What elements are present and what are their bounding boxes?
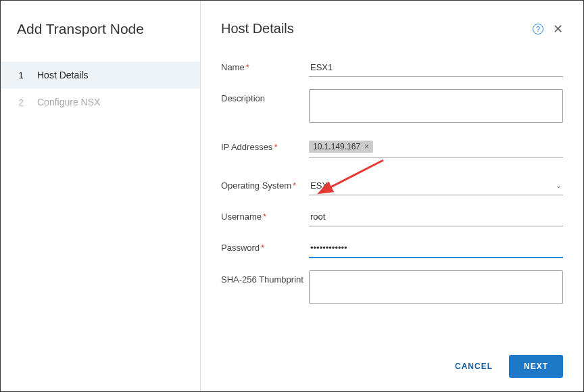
ip-chip: 10.1.149.167 × [309, 141, 373, 153]
step-label: Host Details [37, 70, 88, 80]
name-label: Name [221, 58, 309, 74]
step-number: 1 [17, 70, 25, 80]
username-label: Username [221, 207, 309, 223]
host-details-form: Name Description IP Addresses 10.1.149.1… [221, 58, 563, 347]
ip-chip-text: 10.1.149.167 [313, 142, 360, 151]
step-number: 2 [17, 97, 25, 107]
wizard-title: Add Transport Node [1, 21, 200, 62]
os-select[interactable]: ESXI ⌄ [309, 176, 563, 195]
thumbprint-label: SHA-256 Thumbprint [221, 270, 309, 286]
header-actions: ? ✕ [533, 24, 563, 34]
add-transport-node-modal: Add Transport Node 1 Host Details 2 Conf… [0, 0, 584, 392]
close-icon[interactable]: ✕ [553, 24, 563, 34]
main-panel: Host Details ? ✕ Name Description IP Ad [201, 1, 583, 391]
os-value: ESXI [310, 180, 556, 191]
description-label: Description [221, 89, 309, 105]
step-configure-nsx[interactable]: 2 Configure NSX [1, 89, 200, 116]
ip-chip-remove-icon[interactable]: × [364, 142, 369, 151]
help-icon[interactable]: ? [533, 24, 543, 34]
step-host-details[interactable]: 1 Host Details [1, 62, 200, 89]
ip-label: IP Addresses [221, 138, 309, 153]
os-label: Operating System [221, 176, 309, 192]
next-button[interactable]: NEXT [509, 355, 563, 378]
thumbprint-textarea[interactable] [309, 270, 563, 304]
name-input[interactable] [309, 58, 563, 77]
description-textarea[interactable] [309, 89, 563, 123]
chevron-down-icon: ⌄ [556, 181, 562, 190]
wizard-sidebar: Add Transport Node 1 Host Details 2 Conf… [1, 1, 201, 391]
cancel-button[interactable]: CANCEL [451, 356, 497, 376]
step-label: Configure NSX [37, 97, 100, 107]
panel-header: Host Details ? ✕ [221, 21, 563, 36]
ip-addresses-input[interactable]: 10.1.149.167 × [309, 138, 563, 157]
password-input[interactable] [309, 239, 563, 258]
panel-title: Host Details [221, 21, 294, 36]
username-input[interactable] [309, 207, 563, 226]
password-label: Password [221, 239, 309, 254]
wizard-footer: CANCEL NEXT [221, 347, 563, 378]
